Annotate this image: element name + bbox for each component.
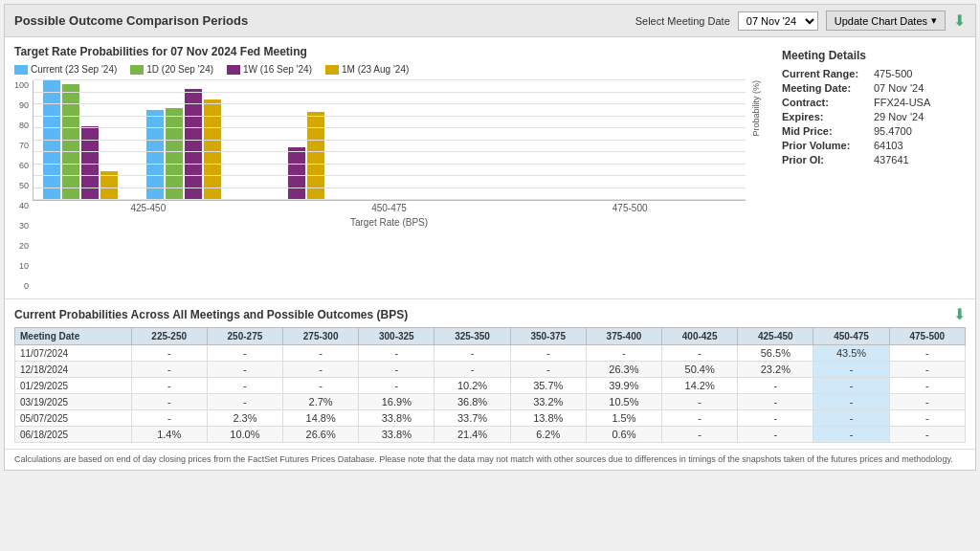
detail-row: Meeting Date:07 Nov '24 [782,82,958,94]
legend-label: 1W (16 Sep '24) [243,64,312,75]
table-cell: 1.4% [131,427,207,443]
bar [185,89,202,201]
table-cell: 36.8% [434,394,510,410]
grid-line [33,79,746,80]
meeting-details-title: Meeting Details [782,49,958,62]
detail-row: Prior OI:437641 [782,154,958,165]
table-download-icon[interactable]: ⬇ [953,305,966,323]
chart-axes: 100 90 80 70 60 50 40 30 20 10 0 [14,80,765,291]
prob-table: Meeting Date225-250250-275275-300300-325… [14,327,966,443]
table-row: 03/19/2025--2.7%16.9%36.8%33.2%10.5%---- [15,394,966,410]
table-cell: 23.2% [738,362,813,378]
table-header-cell: 400-425 [662,328,738,345]
legend-item: 1M (23 Aug '24) [325,64,409,75]
table-cell: 2.7% [283,394,359,410]
page-title: Possible Outcome Comparison Periods [14,13,248,28]
table-cell: - [359,345,434,362]
table-cell: 33.7% [434,410,510,427]
bar [288,147,305,200]
footer-note: Calculations are based on end of day clo… [5,449,975,470]
table-cell: 0.6% [586,427,661,443]
legend-item: Current (23 Sep '24) [14,64,117,75]
table-cell: 26.6% [283,427,359,443]
detail-label: Prior OI: [782,154,868,165]
detail-value: 07 Nov '24 [874,82,924,94]
legend-swatch [227,65,240,75]
table-header-row: Current Probabilities Across All Meeting… [14,305,966,323]
detail-value: 437641 [874,154,909,165]
table-cell: 10.5% [586,394,661,410]
meeting-date-select[interactable]: 07 Nov '24 12 Dec '24 29 Jan '25 19 Mar … [738,11,818,31]
table-cell: - [889,362,965,378]
table-cell: - [889,345,965,362]
legend-label: 1M (23 Aug '24) [342,64,409,75]
bar [100,171,118,201]
table-cell: 10.0% [207,427,282,443]
table-cell: - [434,345,510,362]
table-cell: 43.5% [813,345,889,362]
meeting-details-panel: Meeting Details Current Range:475-500Mee… [774,45,966,291]
table-cell: 03/19/2025 [15,394,132,410]
grid-line [33,92,746,93]
table-cell: 50.4% [662,362,738,378]
bar [166,108,183,201]
table-cell: - [813,410,889,427]
table-cell: - [283,362,359,378]
legend-swatch [14,65,28,75]
dropdown-arrow-icon: ▾ [931,14,937,27]
table-header-cell: 450-475 [813,328,889,345]
bar-group [250,112,324,200]
table-cell: - [207,362,282,378]
table-cell: - [662,427,738,443]
grid-line [33,151,746,152]
detail-label: Mid Price: [782,125,868,137]
update-btn-label: Update Chart Dates [835,15,927,27]
bar [307,112,324,200]
grid-line [33,127,746,128]
grid-line [33,199,746,200]
table-header-cell: Meeting Date [15,328,132,345]
bar [204,99,221,201]
detail-value: 64103 [874,140,903,151]
legend-item: 1W (16 Sep '24) [227,64,312,75]
table-cell: 1.5% [586,410,661,427]
y-axis: 100 90 80 70 60 50 40 30 20 10 0 [14,80,33,291]
chart-section: Target Rate Probabilities for 07 Nov 202… [5,37,975,298]
y-axis-label-container: Probability (%) [746,80,765,137]
table-cell: 2.3% [207,410,282,427]
detail-value: 95.4700 [874,125,912,137]
table-cell: - [283,378,359,394]
table-cell: - [131,378,207,394]
table-cell: 14.2% [662,378,738,394]
bars-area [33,80,746,201]
legend-label: 1D (20 Sep '24) [146,64,213,75]
table-cell: - [813,362,889,378]
table-cell: 14.8% [283,410,359,427]
table-cell: - [131,394,207,410]
table-cell: 11/07/2024 [15,345,132,362]
table-header-cell: 300-325 [359,328,434,345]
table-cell: 06/18/2025 [15,427,132,443]
table-cell: - [283,345,359,362]
table-cell: - [889,427,965,443]
table-cell: - [131,345,207,362]
table-cell: 01/29/2025 [15,378,132,394]
table-cell: - [662,410,738,427]
legend-label: Current (23 Sep '24) [31,64,117,75]
legend-item: 1D (20 Sep '24) [130,64,213,75]
detail-row: Current Range:475-500 [782,68,958,79]
table-cell: 56.5% [738,345,813,362]
table-header-cell: 275-300 [283,328,359,345]
table-cell: - [510,345,586,362]
bar-group [43,80,118,200]
update-chart-dates-button[interactable]: Update Chart Dates ▾ [826,11,946,31]
table-cell: - [207,378,282,394]
chart-title: Target Rate Probabilities for 07 Nov 202… [14,45,765,58]
bar [250,199,267,200]
table-row: 11/07/2024--------56.5%43.5%- [15,345,966,362]
table-header-cell: 475-500 [889,328,965,345]
table-cell: - [207,394,282,410]
table-cell: - [738,378,813,394]
table-cell: 05/07/2025 [15,410,132,427]
download-icon[interactable]: ⬇ [953,11,966,30]
